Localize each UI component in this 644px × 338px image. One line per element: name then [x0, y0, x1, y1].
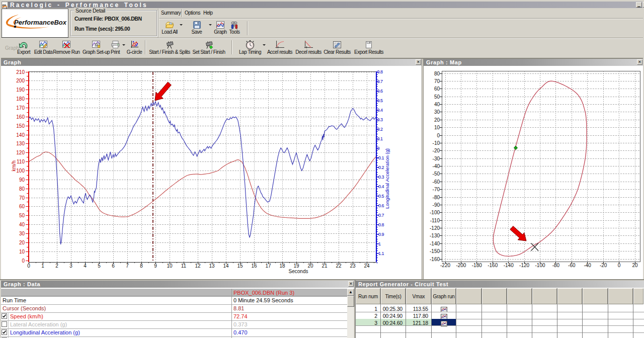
svg-text:110: 110 — [17, 159, 25, 164]
svg-text:140: 140 — [16, 132, 25, 138]
svg-text:0.3: 0.3 — [377, 117, 383, 122]
svg-text:10: 10 — [434, 125, 440, 130]
svg-text:PerformanceBox: PerformanceBox — [14, 19, 67, 26]
svg-text:-0.3: -0.3 — [377, 175, 384, 180]
svg-text:-60: -60 — [568, 263, 576, 268]
svg-text:-0.6: -0.6 — [377, 203, 384, 208]
svg-text:0.4: 0.4 — [377, 108, 383, 113]
svg-text:-110: -110 — [430, 218, 440, 223]
svg-text:Seconds: Seconds — [289, 269, 308, 274]
svg-text:-0.8: -0.8 — [377, 222, 384, 227]
svg-text:5: 5 — [98, 263, 101, 269]
svg-text:15: 15 — [237, 263, 243, 269]
svg-text:80: 80 — [434, 71, 440, 76]
svg-text:20: 20 — [434, 117, 440, 123]
svg-text:-70: -70 — [433, 187, 440, 192]
svg-text:-30: -30 — [433, 156, 440, 161]
svg-text:0.5: 0.5 — [377, 98, 383, 103]
svg-text:-200: -200 — [456, 263, 466, 268]
svg-text:30: 30 — [434, 109, 440, 115]
svg-text:0.7: 0.7 — [377, 79, 383, 84]
svg-text:-50: -50 — [433, 171, 440, 177]
svg-text:22: 22 — [336, 263, 342, 269]
svg-text:-140: -140 — [504, 263, 514, 268]
svg-text:17: 17 — [265, 263, 271, 269]
svg-text:70: 70 — [19, 195, 25, 201]
svg-text:-0.1: -0.1 — [377, 155, 384, 160]
svg-text:160: 160 — [16, 114, 25, 120]
svg-text:0.1: 0.1 — [377, 136, 383, 141]
svg-text:-10: -10 — [433, 140, 440, 146]
svg-text:7: 7 — [126, 263, 129, 269]
svg-text:-20: -20 — [600, 263, 607, 268]
svg-text:-80: -80 — [433, 195, 440, 200]
svg-text:-0.5: -0.5 — [377, 194, 384, 199]
svg-text:21: 21 — [321, 263, 328, 269]
svg-text:40: 40 — [19, 222, 25, 227]
svg-text:180: 180 — [16, 96, 25, 102]
svg-text:-1.1: -1.1 — [377, 251, 384, 256]
svg-text:120: 120 — [16, 150, 25, 155]
svg-text:2: 2 — [55, 263, 58, 269]
svg-text:-1: -1 — [377, 241, 381, 246]
svg-text:-0.9: -0.9 — [377, 232, 384, 237]
svg-text:km/h: km/h — [11, 160, 17, 172]
svg-text:19: 19 — [293, 263, 299, 269]
svg-text:70: 70 — [434, 78, 440, 84]
svg-text:-0.4: -0.4 — [377, 184, 384, 189]
svg-text:0: 0 — [27, 263, 30, 269]
svg-text:24: 24 — [364, 263, 370, 269]
svg-text:14: 14 — [223, 263, 229, 269]
svg-text:210: 210 — [16, 69, 25, 75]
svg-text:20: 20 — [307, 263, 313, 269]
svg-text:9: 9 — [154, 263, 157, 269]
svg-text:100: 100 — [16, 168, 25, 174]
svg-text:10: 10 — [19, 249, 25, 255]
svg-text:-120: -120 — [430, 225, 440, 231]
svg-text:Longitudinal Acceleration (g): Longitudinal Acceleration (g) — [384, 148, 390, 209]
svg-text:0: 0 — [377, 146, 380, 151]
svg-text:-90: -90 — [433, 202, 440, 208]
svg-text:-80: -80 — [552, 263, 560, 268]
svg-text:90: 90 — [19, 177, 25, 183]
svg-text:-20: -20 — [433, 148, 440, 153]
svg-text:80: 80 — [19, 186, 25, 192]
svg-text:0.6: 0.6 — [377, 89, 383, 94]
svg-text:50: 50 — [19, 213, 25, 218]
svg-text:150: 150 — [16, 123, 25, 129]
svg-text:13: 13 — [209, 263, 215, 269]
svg-text:4: 4 — [84, 263, 87, 269]
svg-text:-40: -40 — [433, 163, 440, 169]
svg-text:10: 10 — [167, 263, 173, 269]
svg-text:0: 0 — [437, 133, 440, 138]
svg-text:-160: -160 — [488, 263, 498, 268]
svg-text:-150: -150 — [430, 248, 440, 254]
svg-text:-100: -100 — [430, 210, 440, 215]
svg-text:8: 8 — [140, 263, 143, 269]
svg-text:40: 40 — [434, 102, 440, 107]
svg-text:3: 3 — [69, 263, 72, 269]
svg-text:-120: -120 — [519, 263, 529, 268]
svg-text:-100: -100 — [535, 263, 545, 268]
svg-text:20: 20 — [632, 263, 638, 268]
svg-text:6: 6 — [112, 263, 115, 269]
svg-text:11: 11 — [181, 263, 187, 269]
svg-text:200: 200 — [16, 78, 25, 83]
svg-text:-180: -180 — [472, 263, 482, 268]
svg-text:-40: -40 — [584, 263, 591, 268]
svg-text:1: 1 — [41, 263, 44, 269]
svg-text:190: 190 — [16, 87, 25, 93]
svg-text:60: 60 — [434, 86, 440, 92]
svg-text:0.8: 0.8 — [377, 69, 383, 74]
svg-text:-0.7: -0.7 — [377, 213, 384, 218]
svg-text:12: 12 — [195, 263, 201, 269]
svg-text:0: 0 — [618, 263, 621, 268]
svg-text:20: 20 — [19, 240, 25, 245]
svg-text:18: 18 — [279, 263, 285, 269]
svg-text:-220: -220 — [440, 263, 450, 268]
svg-text:130: 130 — [16, 141, 25, 146]
svg-text:-0.2: -0.2 — [377, 165, 384, 170]
svg-text:-160: -160 — [430, 257, 440, 262]
svg-text:0.2: 0.2 — [377, 127, 383, 132]
svg-text:170: 170 — [16, 105, 25, 111]
